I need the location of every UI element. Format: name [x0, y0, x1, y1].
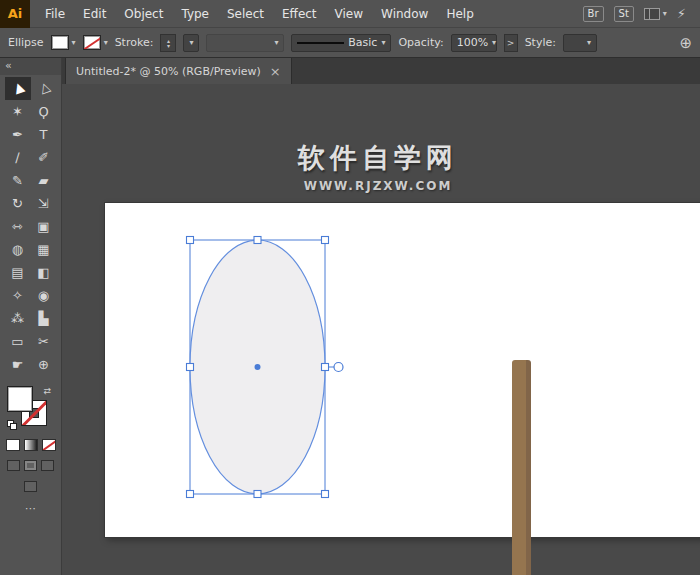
perspective-grid-tool[interactable]: ▦: [31, 238, 57, 261]
opacity-label: Opacity:: [398, 36, 443, 49]
rotate-tool[interactable]: ↻: [5, 192, 31, 215]
line-segment-tool[interactable]: ∕: [5, 146, 31, 169]
draw-inside-button[interactable]: [41, 460, 54, 471]
eyedropper-icon: ✧: [12, 288, 23, 303]
ellipse-selection[interactable]: [180, 230, 350, 506]
fill-color-control[interactable]: ▾: [51, 35, 76, 50]
handle-middle-right[interactable]: [322, 364, 329, 371]
shape-builder-tool[interactable]: ◍: [5, 238, 31, 261]
stroke-weight-stepper[interactable]: ▴ ▾: [160, 34, 176, 52]
brush-definition-dropdown[interactable]: Basic ▾: [291, 34, 391, 52]
edit-toolbar-button[interactable]: ⋯: [25, 502, 36, 515]
magic-wand-tool[interactable]: ✶: [5, 100, 31, 123]
hand-tool[interactable]: ☛: [5, 353, 31, 376]
handle-bottom-left[interactable]: [187, 491, 194, 498]
menu-view[interactable]: View: [326, 0, 372, 28]
menu-effect[interactable]: Effect: [273, 0, 326, 28]
stepper-down-icon[interactable]: ▾: [167, 43, 170, 48]
slice-tool[interactable]: ✂: [31, 330, 57, 353]
fill-indicator[interactable]: [7, 386, 33, 412]
menu-object[interactable]: Object: [115, 0, 172, 28]
artboard-tool[interactable]: ▭: [5, 330, 31, 353]
brush-stroke-preview: [297, 42, 344, 44]
watermark: 软件自学网 WWW.RJZXW.COM: [298, 140, 458, 193]
side-widget-handle[interactable]: [334, 363, 343, 372]
pen-tool[interactable]: ✒: [5, 123, 31, 146]
lasso-tool[interactable]: Ϙ: [31, 100, 57, 123]
gradient-button[interactable]: [24, 439, 38, 451]
hand-icon: ☛: [12, 357, 24, 372]
type-tool[interactable]: T: [31, 123, 57, 146]
paintbrush-tool[interactable]: ✐: [31, 146, 57, 169]
symbol-sprayer-icon: ⁂: [11, 311, 24, 326]
document-tab[interactable]: Untitled-2* @ 50% (RGB/Preview) ×: [65, 58, 292, 84]
draw-behind-button[interactable]: [24, 460, 37, 471]
draw-normal-button[interactable]: [7, 460, 20, 471]
gpu-performance-icon[interactable]: ⚡: [677, 6, 686, 21]
menu-file[interactable]: File: [36, 0, 74, 28]
illustrator-logo: Ai: [0, 0, 30, 28]
mesh-icon: ▤: [11, 265, 23, 280]
column-graph-tool[interactable]: ▙: [31, 307, 57, 330]
zoom-icon: ⊕: [38, 357, 49, 372]
free-transform-tool[interactable]: ▣: [31, 215, 57, 238]
chevron-down-icon: ▾: [72, 39, 76, 47]
document-area: Untitled-2* @ 50% (RGB/Preview) × 软件自学网 …: [62, 58, 700, 575]
handle-top-left[interactable]: [187, 237, 194, 244]
style-dropdown[interactable]: ▾: [563, 34, 597, 52]
menu-select[interactable]: Select: [218, 0, 273, 28]
direct-selection-tool[interactable]: ▷: [31, 77, 57, 100]
screen-mode-button[interactable]: [24, 481, 37, 492]
perspective-grid-icon: ▦: [37, 242, 49, 257]
chevron-down-icon: ▾: [492, 39, 496, 47]
gradient-tool[interactable]: ◧: [31, 261, 57, 284]
pencil-tool[interactable]: ✎: [5, 169, 31, 192]
chevron-down-icon: ▾: [381, 39, 385, 47]
drawing-modes-row: [0, 460, 61, 471]
menu-window[interactable]: Window: [372, 0, 437, 28]
default-stroke-mini: [10, 423, 17, 430]
handle-top-center[interactable]: [254, 237, 261, 244]
opacity-more-button[interactable]: >: [504, 34, 518, 52]
stroke-weight-dropdown[interactable]: ▾: [183, 34, 199, 52]
symbol-sprayer-tool[interactable]: ⁂: [5, 307, 31, 330]
selection-tool[interactable]: ▶: [5, 77, 31, 100]
document-setup-globe-icon[interactable]: ⊕: [679, 34, 692, 52]
document-tab-bar: Untitled-2* @ 50% (RGB/Preview) ×: [62, 58, 700, 84]
bridge-button[interactable]: Br: [583, 6, 604, 22]
handle-bottom-center[interactable]: [254, 491, 261, 498]
free-transform-icon: ▣: [37, 219, 49, 234]
stroke-swatch-none[interactable]: [83, 35, 101, 50]
blend-tool[interactable]: ◉: [31, 284, 57, 307]
color-button[interactable]: [6, 439, 20, 451]
scale-tool[interactable]: ⇲: [31, 192, 57, 215]
mesh-tool[interactable]: ▤: [5, 261, 31, 284]
tools-panel-collapse-button[interactable]: «: [0, 58, 61, 75]
menu-help[interactable]: Help: [437, 0, 482, 28]
swap-fill-stroke-icon[interactable]: ⇄: [43, 386, 51, 396]
stroke-color-control[interactable]: ▾: [83, 35, 108, 50]
workspace-switcher-button[interactable]: ▾: [644, 8, 667, 20]
handle-bottom-right[interactable]: [322, 491, 329, 498]
close-icon[interactable]: ×: [270, 65, 281, 78]
width-profile-dropdown[interactable]: ▾: [206, 34, 284, 52]
canvas[interactable]: 软件自学网 WWW.RJZXW.COM: [62, 84, 700, 575]
zoom-tool[interactable]: ⊕: [31, 353, 57, 376]
opacity-field[interactable]: 100% ▾: [451, 34, 497, 52]
eraser-icon: ▰: [39, 173, 49, 188]
center-anchor-point[interactable]: [255, 364, 261, 370]
width-tool[interactable]: ⇿: [5, 215, 31, 238]
fill-swatch[interactable]: [51, 35, 69, 50]
eyedropper-tool[interactable]: ✧: [5, 284, 31, 307]
gradient-icon: ◧: [37, 265, 49, 280]
handle-middle-left[interactable]: [187, 364, 194, 371]
menu-edit[interactable]: Edit: [74, 0, 115, 28]
eraser-tool[interactable]: ▰: [31, 169, 57, 192]
default-fill-stroke-icon[interactable]: [7, 420, 17, 430]
menu-type[interactable]: Type: [172, 0, 218, 28]
stock-button[interactable]: St: [614, 6, 634, 22]
handle-top-right[interactable]: [322, 237, 329, 244]
edit-toolbar-row: ⋯: [0, 502, 61, 515]
brown-stick-shape[interactable]: [512, 360, 531, 575]
none-button[interactable]: [42, 439, 56, 451]
